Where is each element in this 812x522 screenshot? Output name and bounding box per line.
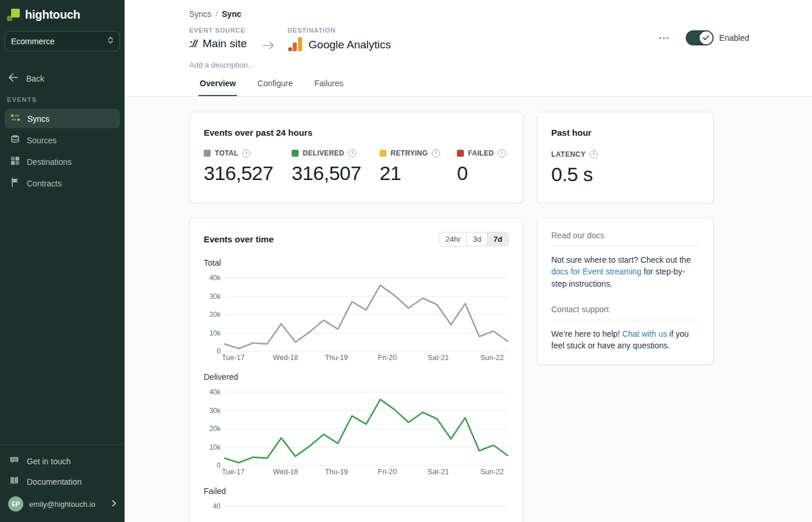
sidebar-item-label: Syncs xyxy=(27,114,49,124)
sidebar-item-label: Destinations xyxy=(27,157,72,167)
arrow-right-icon xyxy=(262,41,275,52)
chat-with-us-link[interactable]: Chat with us xyxy=(622,329,667,338)
svg-text:30k: 30k xyxy=(210,292,221,301)
svg-text:20k: 20k xyxy=(210,425,221,433)
info-icon[interactable] xyxy=(590,150,598,158)
stat-label: FAILED xyxy=(468,149,494,157)
workspace-name: Ecommerce xyxy=(11,37,55,46)
svg-text:40k: 40k xyxy=(210,388,221,396)
content-area: Events over past 24 hours TOTAL 316,527 xyxy=(125,97,812,522)
events-section-label: EVENTS xyxy=(7,96,118,103)
svg-text:Tue-17: Tue-17 xyxy=(222,468,244,476)
chat-icon xyxy=(9,456,19,467)
tab-overview[interactable]: Overview xyxy=(198,73,237,96)
grid-icon xyxy=(10,156,20,167)
total-line-chart: 40k30k20k10k0Tue-17Wed-18Thu-19Fri-20Sat… xyxy=(204,271,509,364)
description-field[interactable]: Add a description... xyxy=(189,61,812,69)
svg-text:0: 0 xyxy=(217,347,221,355)
sidebar-item-contracts[interactable]: Contracts xyxy=(5,174,120,193)
event-streaming-docs-link[interactable]: docs for Event streaming xyxy=(551,267,641,276)
stat-value: 316,527 xyxy=(204,162,292,185)
svg-text:40: 40 xyxy=(213,502,221,510)
svg-text:Tue-17: Tue-17 xyxy=(222,354,244,362)
failed-line-chart: 403020100Tue-17Wed-18Thu-19Fri-20Sat-21S… xyxy=(204,499,509,522)
event-source-label: EVENT SOURCE xyxy=(189,27,247,34)
svg-text:20k: 20k xyxy=(210,311,221,319)
back-button[interactable]: Back xyxy=(8,73,116,83)
foot-item-label: Get in touch xyxy=(27,457,71,466)
more-options-button[interactable] xyxy=(658,34,669,43)
svg-text:Wed-18: Wed-18 xyxy=(273,354,299,362)
info-icon[interactable] xyxy=(432,149,440,157)
svg-text:Sun-22: Sun-22 xyxy=(480,468,503,476)
tab-failures[interactable]: Failures xyxy=(313,73,345,96)
total-chart: Total 40k30k20k10k0Tue-17Wed-18Thu-19Fri… xyxy=(204,258,509,364)
tab-configure[interactable]: Configure xyxy=(256,73,294,96)
book-icon xyxy=(9,476,19,487)
hightouch-logo-icon xyxy=(7,9,20,22)
stat-label: RETRYING xyxy=(391,149,428,157)
svg-text:Fri-20: Fri-20 xyxy=(378,354,397,362)
stat-total: TOTAL 316,527 xyxy=(204,149,292,185)
info-icon[interactable] xyxy=(498,149,506,157)
card-title: Events over past 24 hours xyxy=(204,128,509,137)
tab-bar: Overview Configure Failures xyxy=(125,73,812,97)
support-text: We’re here to help! Chat with us if you … xyxy=(551,328,699,352)
docs-heading: Read our docs xyxy=(551,231,699,240)
sidebar-item-sources[interactable]: Sources xyxy=(5,130,120,150)
sidebar-item-label: Contracts xyxy=(27,179,62,188)
workspace-select[interactable]: Ecommerce xyxy=(5,31,120,51)
info-icon[interactable] xyxy=(348,149,356,157)
help-card: Read our docs Not sure where to start? C… xyxy=(537,217,714,365)
breadcrumb: Syncs / Sync xyxy=(189,9,812,19)
svg-text:Fri-20: Fri-20 xyxy=(378,468,397,476)
sidebar-item-syncs[interactable]: Syncs xyxy=(5,109,120,128)
header-actions: Enabled xyxy=(658,30,749,45)
info-icon[interactable] xyxy=(242,149,250,157)
time-range-control: 24hr 3d 7d xyxy=(439,232,509,246)
back-label: Back xyxy=(26,74,44,83)
svg-text:Sun-22: Sun-22 xyxy=(480,354,503,362)
stat-failed: FAILED 0 xyxy=(457,149,509,185)
breadcrumb-syncs-link[interactable]: Syncs xyxy=(189,9,211,19)
svg-text:Sat-21: Sat-21 xyxy=(427,354,449,362)
sidebar-item-label: Sources xyxy=(27,136,56,145)
range-24hr-button[interactable]: 24hr xyxy=(439,232,467,246)
sidebar-footer: Get in touch Documentation EP emily@high… xyxy=(0,445,125,522)
delivered-line-chart: 40k30k20k10k0Tue-17Wed-18Thu-19Fri-20Sat… xyxy=(204,385,509,478)
range-3d-button[interactable]: 3d xyxy=(467,232,487,246)
stat-delivered: DELIVERED 316,507 xyxy=(292,149,380,185)
card-title: Past hour xyxy=(551,128,699,137)
docs-text: Not sure where to start? Check out the d… xyxy=(551,254,699,290)
destination-block: DESTINATION Google Analytics xyxy=(288,27,391,52)
event-source-icon: :// xyxy=(189,38,197,50)
google-analytics-icon xyxy=(288,37,303,52)
sidebar-item-destinations[interactable]: Destinations xyxy=(5,152,120,171)
card-title: Events over time xyxy=(204,234,274,244)
sync-header: Syncs / Sync EVENT SOURCE :// Main site … xyxy=(125,0,812,69)
stat-value: 316,507 xyxy=(292,162,380,185)
get-in-touch-button[interactable]: Get in touch xyxy=(0,451,125,471)
hightouch-logo: hightouch xyxy=(0,0,125,29)
delivered-chart: Delivered 40k30k20k10k0Tue-17Wed-18Thu-1… xyxy=(204,372,509,478)
database-icon xyxy=(10,135,20,146)
events-over-time-card: Events over time 24hr 3d 7d Total 40k30k… xyxy=(189,217,523,522)
stat-label: DELIVERED xyxy=(303,149,344,157)
avatar: EP xyxy=(8,496,23,512)
syncs-icon xyxy=(10,113,20,124)
range-7d-button[interactable]: 7d xyxy=(488,232,508,246)
account-menu[interactable]: EP emily@hightouch.io xyxy=(0,492,125,517)
documentation-button[interactable]: Documentation xyxy=(0,471,125,492)
divider xyxy=(551,320,699,320)
latency-value: 0.5 s xyxy=(551,163,699,186)
stat-label: TOTAL xyxy=(215,149,238,157)
destination-name: Google Analytics xyxy=(309,38,391,51)
event-source-block: EVENT SOURCE :// Main site xyxy=(189,27,247,50)
svg-text:40k: 40k xyxy=(210,274,221,282)
enabled-toggle[interactable] xyxy=(686,30,714,45)
divider xyxy=(551,246,699,246)
foot-item-label: Documentation xyxy=(27,477,81,486)
arrow-left-icon xyxy=(8,73,18,83)
support-heading: Contact support xyxy=(551,305,699,314)
account-email: emily@hightouch.io xyxy=(29,500,106,509)
